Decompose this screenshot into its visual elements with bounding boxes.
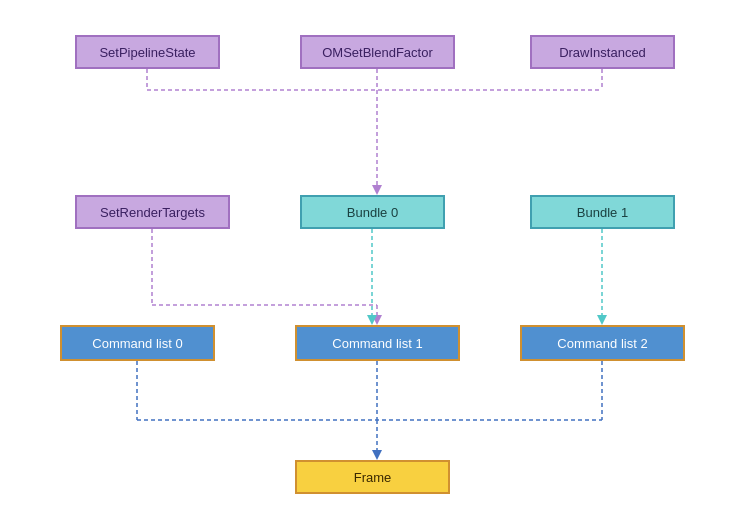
command-list-2-node: Command list 2: [520, 325, 685, 361]
bundle-0-node: Bundle 0: [300, 195, 445, 229]
svg-marker-19: [372, 450, 382, 460]
svg-marker-11: [367, 315, 377, 325]
diagram: SetPipelineState OMSetBlendFactor DrawIn…: [0, 0, 752, 528]
draw-instanced-node: DrawInstanced: [530, 35, 675, 69]
set-render-targets-node: SetRenderTargets: [75, 195, 230, 229]
frame-node: Frame: [295, 460, 450, 494]
svg-marker-5: [372, 185, 382, 195]
svg-marker-9: [372, 315, 382, 325]
om-set-blend-factor-node: OMSetBlendFactor: [300, 35, 455, 69]
command-list-0-node: Command list 0: [60, 325, 215, 361]
bundle-1-node: Bundle 1: [530, 195, 675, 229]
set-pipeline-state-node: SetPipelineState: [75, 35, 220, 69]
command-list-1-node: Command list 1: [295, 325, 460, 361]
arrows-svg: [0, 0, 752, 528]
svg-marker-13: [597, 315, 607, 325]
